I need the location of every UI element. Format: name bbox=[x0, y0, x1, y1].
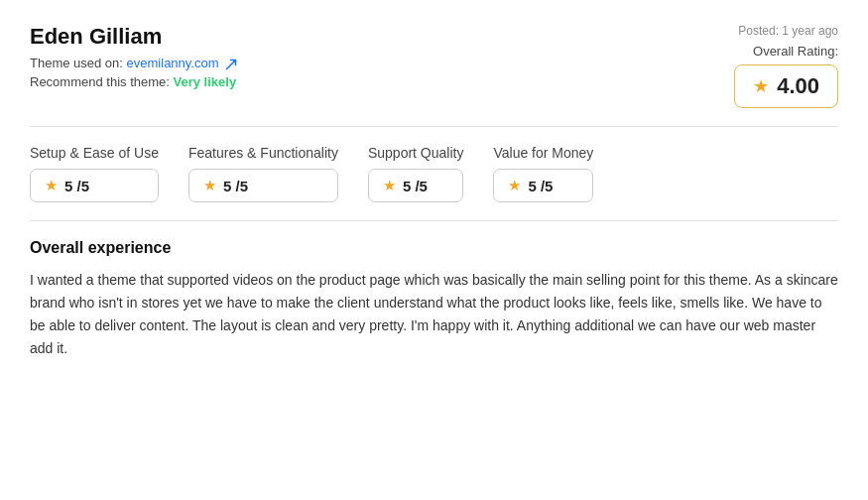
recommend-label: Recommend this theme: bbox=[30, 74, 170, 89]
rating-section: Posted: 1 year ago Overall Rating: ★ 4.0… bbox=[734, 24, 838, 108]
overall-rating-box: ★ 4.00 bbox=[734, 64, 838, 108]
score-value-support: 5 /5 bbox=[403, 178, 428, 194]
reviewer-info: Eden Gilliam Theme used on: evemilanny.c… bbox=[30, 24, 237, 89]
theme-link[interactable]: evemilanny.com bbox=[127, 56, 219, 70]
category-item-value: Value for Money ★ 5 /5 bbox=[493, 145, 593, 202]
category-item-support: Support Quality ★ 5 /5 bbox=[368, 145, 464, 202]
overall-rating-label: Overall Rating: bbox=[734, 44, 838, 59]
score-star-features: ★ bbox=[203, 177, 216, 194]
posted-date: Posted: 1 year ago bbox=[734, 24, 838, 38]
recommend-row: Recommend this theme: Very likely bbox=[30, 74, 237, 89]
header-row: Eden Gilliam Theme used on: evemilanny.c… bbox=[30, 24, 838, 108]
recommend-value: Very likely bbox=[174, 74, 237, 89]
divider-top bbox=[30, 126, 838, 127]
theme-used-label: Theme used on: bbox=[30, 56, 123, 70]
score-value-features: 5 /5 bbox=[223, 178, 248, 194]
score-box-value: ★ 5 /5 bbox=[493, 169, 593, 202]
overall-rating-value: 4.00 bbox=[777, 73, 819, 99]
category-item-features: Features & Functionality ★ 5 /5 bbox=[188, 145, 338, 202]
score-star-support: ★ bbox=[383, 177, 396, 194]
score-value-setup: 5 /5 bbox=[64, 178, 89, 194]
review-text: I wanted a theme that supported videos o… bbox=[30, 269, 838, 360]
external-link-icon bbox=[225, 59, 237, 70]
rating-star-icon: ★ bbox=[753, 75, 769, 97]
score-box-support: ★ 5 /5 bbox=[368, 169, 464, 202]
score-star-setup: ★ bbox=[45, 177, 58, 194]
category-label-support: Support Quality bbox=[368, 145, 464, 161]
experience-title: Overall experience bbox=[30, 239, 838, 257]
score-star-value: ★ bbox=[508, 177, 521, 194]
reviewer-name: Eden Gilliam bbox=[30, 24, 237, 50]
categories-row: Setup & Ease of Use ★ 5 /5 Features & Fu… bbox=[30, 145, 838, 202]
category-label-features: Features & Functionality bbox=[188, 145, 338, 161]
score-value-value: 5 /5 bbox=[528, 178, 553, 194]
experience-section: Overall experience I wanted a theme that… bbox=[30, 239, 838, 360]
theme-used-row: Theme used on: evemilanny.com bbox=[30, 56, 237, 70]
category-item-setup: Setup & Ease of Use ★ 5 /5 bbox=[30, 145, 159, 202]
category-label-value: Value for Money bbox=[493, 145, 593, 161]
review-card: Eden Gilliam Theme used on: evemilanny.c… bbox=[30, 24, 838, 360]
divider-bottom bbox=[30, 220, 838, 221]
score-box-setup: ★ 5 /5 bbox=[30, 169, 159, 202]
score-box-features: ★ 5 /5 bbox=[188, 169, 338, 202]
category-label-setup: Setup & Ease of Use bbox=[30, 145, 159, 161]
